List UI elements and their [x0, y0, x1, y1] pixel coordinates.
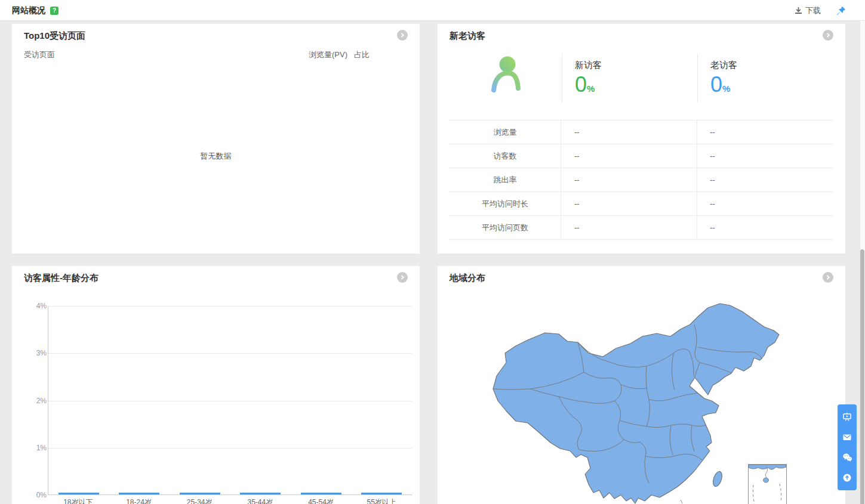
x-axis-labels: 18岁以下 18-24岁 25-34岁 35-44岁 45-54岁 55岁以上: [48, 497, 412, 504]
sea-inset-map: [749, 465, 786, 504]
panel-detail-button[interactable]: [397, 30, 408, 41]
panel-title: 新老访客: [450, 30, 485, 42]
bar-25-34: [180, 493, 220, 494]
feedback-button[interactable]: [838, 428, 857, 446]
column-ratio: 占比: [354, 50, 370, 60]
metric-label: 访客数: [450, 144, 561, 168]
table-row: 平均访问时长 -- --: [450, 191, 833, 215]
bar-45-54: [301, 493, 341, 494]
china-map[interactable]: [488, 301, 787, 504]
bar-band: [291, 306, 352, 494]
table-row: 平均访问页数 -- --: [450, 215, 833, 239]
table-row: 跳出率 -- --: [450, 168, 833, 191]
old-visitor-label: 老访客: [710, 60, 737, 71]
panel-detail-button[interactable]: [823, 30, 833, 41]
metric-new-value: --: [561, 168, 697, 191]
chevron-right-icon: [826, 33, 830, 38]
chevron-right-icon: [400, 33, 405, 38]
y-axis-tick: 0%: [21, 491, 47, 499]
bar-band: [48, 306, 109, 494]
metric-new-value: --: [561, 192, 697, 215]
mail-icon: [842, 432, 852, 442]
chevron-right-icon: [400, 275, 405, 280]
visitor-icon: [487, 55, 527, 95]
bar-55-over: [361, 493, 402, 494]
download-icon: [795, 7, 802, 14]
chevron-right-icon: [826, 275, 830, 280]
south-china-sea-inset: [748, 464, 787, 504]
page-title: 网站概况?: [12, 0, 59, 21]
metric-label: 平均访问页数: [450, 216, 561, 239]
metric-label: 平均访问时长: [450, 192, 561, 215]
column-pv: 浏览量(PV): [309, 50, 347, 60]
panel-title: 访客属性-年龄分布: [24, 273, 98, 284]
old-visitor-value: 0%: [710, 74, 737, 100]
metric-new-value: --: [561, 120, 697, 144]
x-axis-tick: 25-34岁: [169, 497, 230, 504]
new-visitor-number: 0: [575, 72, 587, 97]
new-visitor-stat: 新访客 0%: [575, 60, 602, 100]
table-row: 浏览量 -- --: [450, 120, 833, 144]
back-to-top-icon: [842, 473, 852, 483]
empty-state-text: 暂无数据: [12, 151, 420, 162]
panel-title: 地域分布: [450, 273, 485, 284]
metric-old-value: --: [697, 144, 833, 168]
x-axis-tick: 55岁以上: [351, 497, 412, 504]
column-page: 受访页面: [24, 50, 55, 60]
tutorial-button[interactable]: [838, 408, 857, 426]
wechat-icon: [842, 453, 852, 462]
new-visitor-label: 新访客: [575, 60, 602, 71]
new-visitor-unit: %: [587, 84, 595, 94]
divider: [697, 54, 698, 103]
back-to-top-button[interactable]: [838, 469, 857, 487]
bar-band: [109, 306, 170, 494]
metric-new-value: --: [561, 216, 697, 239]
pin-button[interactable]: [835, 5, 846, 16]
wechat-button[interactable]: [838, 449, 857, 466]
y-axis-tick: 4%: [21, 302, 47, 310]
download-label: 下载: [805, 5, 821, 16]
panel-detail-button[interactable]: [397, 272, 408, 283]
divider: [562, 54, 562, 103]
floating-toolbar: [838, 404, 857, 490]
metric-old-value: --: [697, 216, 833, 239]
scrollbar-thumb[interactable]: [860, 249, 864, 504]
bar-band: [352, 306, 413, 494]
old-visitor-number: 0: [710, 72, 722, 97]
bar-35-44: [240, 493, 281, 494]
panel-title: Top10受访页面: [24, 30, 85, 42]
y-axis-tick: 1%: [21, 444, 47, 452]
topbar: 网站概况? 下载: [0, 0, 865, 21]
metric-new-value: --: [561, 144, 697, 168]
help-icon[interactable]: ?: [50, 7, 59, 15]
bar-series: [48, 306, 412, 494]
bar-band: [170, 306, 230, 494]
download-button[interactable]: 下载: [795, 5, 821, 16]
metric-old-value: --: [697, 168, 833, 191]
x-axis-tick: 18岁以下: [48, 497, 109, 504]
panel-detail-button[interactable]: [823, 272, 833, 283]
pin-icon: [835, 5, 846, 16]
visitor-metrics-table: 浏览量 -- -- 访客数 -- -- 跳出率 -- -- 平均访问时长 -- …: [450, 120, 833, 240]
metric-old-value: --: [697, 192, 833, 215]
topbar-actions: 下载: [795, 0, 846, 21]
bar-band: [230, 306, 291, 494]
scrollbar-track[interactable]: [860, 21, 865, 504]
old-visitor-stat: 老访客 0%: [710, 60, 737, 100]
page-title-text: 网站概况: [12, 5, 45, 15]
new-visitor-value: 0%: [575, 74, 602, 100]
panel-visitors: 新老访客 新访客 0% 老访客 0% 浏览量 -- --: [438, 24, 845, 253]
bar-18-under: [59, 493, 99, 494]
y-axis-tick: 3%: [21, 350, 47, 357]
table-row: 访客数 -- --: [450, 144, 833, 168]
panel-region-distribution: 地域分布: [438, 266, 845, 504]
metric-label: 跳出率: [450, 168, 561, 191]
panel-age-distribution: 访客属性-年龄分布 4% 3% 2% 1% 0% 18岁以下 18-24岁 25…: [12, 266, 420, 504]
metric-old-value: --: [697, 120, 833, 144]
y-axis-tick: 2%: [21, 397, 47, 404]
x-axis-tick: 18-24岁: [109, 497, 170, 504]
x-axis-tick: 35-44岁: [230, 497, 291, 504]
x-axis-tick: 45-54岁: [291, 497, 352, 504]
metric-label: 浏览量: [450, 120, 561, 144]
bar-18-24: [119, 493, 159, 494]
